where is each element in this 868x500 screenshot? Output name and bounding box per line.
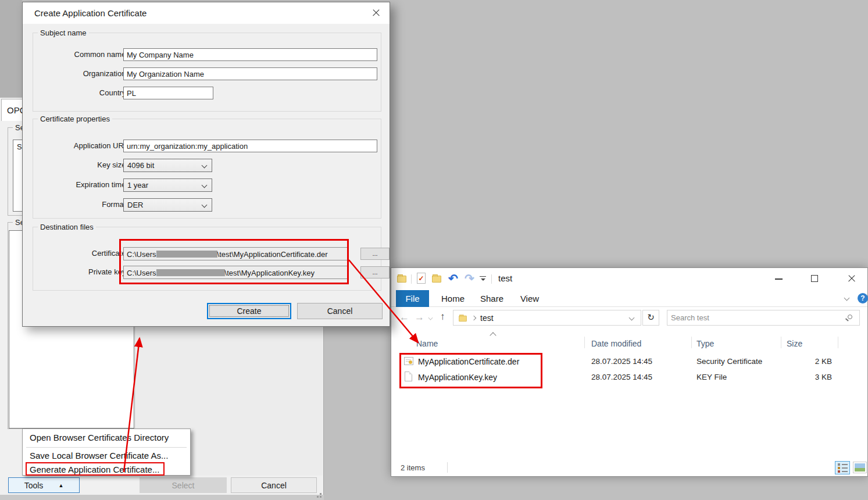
expiration-time-combobox[interactable]: 1 year xyxy=(123,178,212,192)
annotation-red-box-files xyxy=(399,353,542,388)
certificate-properties-group: Certificate properties Application URI: … xyxy=(33,119,381,219)
chevron-down-icon xyxy=(202,183,208,188)
organization-field[interactable]: My Organization Name xyxy=(123,67,377,80)
dialog-title: Create Application Certificate xyxy=(34,8,147,18)
background-strip xyxy=(0,0,22,99)
dialog-cancel-button[interactable]: Cancel xyxy=(297,303,383,319)
resize-grip[interactable] xyxy=(315,492,322,498)
common-name-label: Common name: xyxy=(41,50,128,59)
column-divider[interactable] xyxy=(838,337,838,348)
menu-up-arrow-icon: ▲ xyxy=(58,483,63,488)
recent-locations-chevron-icon[interactable] xyxy=(428,316,433,320)
key-size-combobox[interactable]: 4096 bit xyxy=(123,159,212,172)
search-icon[interactable] xyxy=(848,315,852,319)
create-button-label: Create xyxy=(237,306,261,316)
annotation-red-box-menu-item xyxy=(26,462,165,476)
chevron-down-icon xyxy=(202,163,208,169)
certificate-browse-button[interactable]: ... xyxy=(360,248,390,260)
format-value: DER xyxy=(127,201,143,209)
dialog-cancel-button-label: Cancel xyxy=(327,306,353,316)
file-size: 2 KB xyxy=(763,357,832,366)
window-close-icon[interactable] xyxy=(844,271,859,286)
organization-label: Organization: xyxy=(41,69,128,78)
file-date-modified: 28.07.2025 14:45 xyxy=(591,373,652,381)
file-explorer-window: ✓ ↶ ↷ test File Home Share View ? ← → ↑ … xyxy=(391,267,868,477)
details-view-button[interactable] xyxy=(835,461,850,474)
separator xyxy=(491,274,492,284)
tab-view[interactable]: View xyxy=(516,290,544,307)
column-divider[interactable] xyxy=(584,337,585,348)
key-size-label: Key size: xyxy=(41,160,128,169)
new-folder-icon[interactable] xyxy=(432,276,441,283)
redo-icon: ↷ xyxy=(465,272,474,285)
column-header-size[interactable]: Size xyxy=(787,339,802,348)
back-icon[interactable]: ← xyxy=(399,312,409,323)
column-divider[interactable] xyxy=(781,337,781,348)
search-input[interactable] xyxy=(671,312,840,323)
maximize-icon[interactable] xyxy=(811,275,818,282)
properties-check-icon[interactable]: ✓ xyxy=(417,273,426,284)
country-label: Country: xyxy=(41,88,128,97)
file-type: KEY File xyxy=(696,373,727,381)
file-size: 3 KB xyxy=(763,373,832,381)
dialog-titlebar[interactable]: Create Application Certificate xyxy=(23,2,390,24)
address-folder-icon xyxy=(459,316,467,322)
address-breadcrumb[interactable]: test xyxy=(480,313,494,323)
subject-name-group: Subject name Common name: My Company Nam… xyxy=(33,33,381,112)
column-header-type[interactable]: Type xyxy=(696,339,714,348)
format-combobox[interactable]: DER xyxy=(123,198,212,212)
refresh-icon[interactable]: ↻ xyxy=(642,310,659,326)
up-icon[interactable]: ↑ xyxy=(440,311,445,323)
destination-files-group-label: Destination files xyxy=(38,223,96,231)
column-header-name[interactable]: Name xyxy=(416,339,438,348)
forward-icon[interactable]: → xyxy=(415,312,424,323)
tab-opc[interactable]: OPC xyxy=(1,99,24,121)
app-cancel-button[interactable]: Cancel xyxy=(231,477,317,493)
explorer-window-title: test xyxy=(498,273,512,283)
tools-button[interactable]: Tools ▲ xyxy=(8,477,80,493)
application-uri-label: Application URI: xyxy=(41,141,128,150)
status-items-count: 2 items xyxy=(401,463,425,472)
undo-icon[interactable]: ↶ xyxy=(448,272,458,285)
private-key-browse-button[interactable]: ... xyxy=(360,266,390,278)
subject-name-group-label: Subject name xyxy=(38,28,89,37)
key-size-value: 4096 bit xyxy=(127,161,154,170)
tab-file[interactable]: File xyxy=(396,290,429,307)
tab-home[interactable]: Home xyxy=(437,290,469,307)
menu-separator xyxy=(26,447,187,448)
format-label: Format: xyxy=(41,200,128,209)
tab-share[interactable]: Share xyxy=(476,290,508,307)
address-dropdown-chevron-icon[interactable] xyxy=(629,315,635,321)
minimize-icon[interactable] xyxy=(775,278,783,280)
create-button[interactable]: Create xyxy=(207,303,291,319)
tools-menu: Open Browser Certificates Directory Save… xyxy=(22,428,191,476)
menu-item-save-local-browser-certificate-as[interactable]: Save Local Browser Certificate As... xyxy=(23,451,190,460)
address-bar[interactable]: test xyxy=(453,310,641,326)
certificate-path-label: Certificate: xyxy=(41,249,128,258)
sort-ascending-icon[interactable] xyxy=(490,332,496,338)
certificate-properties-group-label: Certificate properties xyxy=(38,115,112,123)
file-date-modified: 28.07.2025 14:45 xyxy=(591,357,652,366)
help-icon[interactable]: ? xyxy=(858,293,868,303)
app-cancel-button-label: Cancel xyxy=(261,481,287,490)
private-key-path-label: Private key: xyxy=(41,267,128,276)
breadcrumb-chevron-icon[interactable] xyxy=(471,316,476,320)
column-header-date-modified[interactable]: Date modified xyxy=(591,339,641,348)
window-bottom-strip xyxy=(0,495,324,500)
navigation-bar: ← → ↑ test ↻ xyxy=(391,309,867,327)
column-divider[interactable] xyxy=(691,337,692,348)
common-name-field[interactable]: My Company Name xyxy=(123,48,377,61)
menu-item-open-browser-certificates-directory[interactable]: Open Browser Certificates Directory xyxy=(23,433,190,442)
customize-quick-access-icon[interactable] xyxy=(480,276,486,281)
chevron-down-icon xyxy=(202,202,208,208)
separator xyxy=(411,274,412,284)
separator xyxy=(447,462,448,473)
application-uri-field[interactable]: urn:my_organization:my_application xyxy=(123,140,377,152)
dialog-close-icon[interactable] xyxy=(369,5,384,20)
thumbnail-view-button[interactable] xyxy=(853,462,867,473)
search-box[interactable] xyxy=(667,310,860,326)
expiration-time-label: Expiration time: xyxy=(41,180,128,189)
annotation-red-box-destination-paths xyxy=(119,239,349,284)
country-field[interactable]: PL xyxy=(123,87,213,99)
select-button[interactable]: Select xyxy=(140,477,227,493)
